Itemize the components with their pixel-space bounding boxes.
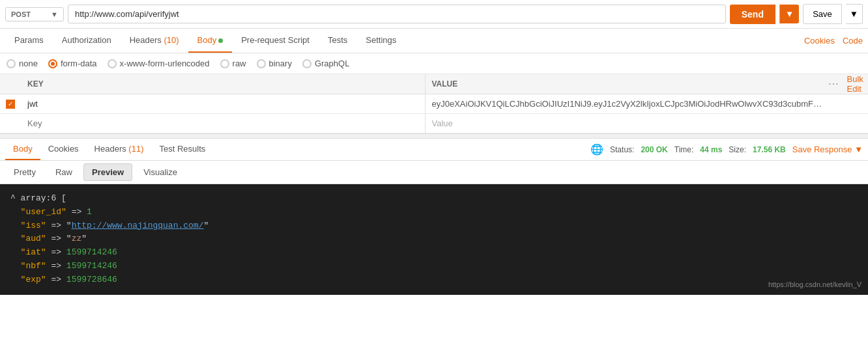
header-check-col: [0, 79, 21, 89]
tab-authorization[interactable]: Authorization: [53, 29, 121, 53]
tab-settings[interactable]: Settings: [356, 29, 405, 53]
save-dropdown-button[interactable]: ▼: [846, 4, 863, 24]
tab-headers[interactable]: Headers (10): [121, 29, 188, 53]
method-label: POST: [11, 10, 31, 18]
option-none[interactable]: none: [7, 59, 38, 68]
code-footer-url: https://blog.csdn.net/kevlin_V: [768, 279, 861, 291]
resp-tab-cookies[interactable]: Cookies: [40, 139, 87, 160]
option-binary[interactable]: binary: [257, 59, 292, 68]
method-dropdown[interactable]: POST ▼: [5, 7, 64, 21]
view-tab-pretty[interactable]: Pretty: [5, 163, 44, 181]
option-form-data[interactable]: form-data: [48, 59, 97, 68]
view-tab-visualize[interactable]: Visualize: [135, 163, 186, 181]
response-status-area: 🌐 Status: 200 OK Time: 44 ms Size: 17.56…: [590, 143, 863, 156]
globe-icon: 🌐: [590, 143, 603, 156]
code-output: ^ array:6 [ "user_id" => 1 "iss" => "htt…: [0, 184, 868, 295]
headers-badge: (10): [164, 35, 179, 45]
table-row: eyJ0eXAiOiJKV1QiLCJhbGciOiJIUzI1NiJ9.eyJ…: [0, 94, 868, 114]
size-value: 17.56 KB: [753, 145, 786, 154]
option-raw[interactable]: raw: [220, 59, 246, 68]
body-active-dot: [218, 38, 223, 43]
checkbox-checked-icon[interactable]: [6, 100, 15, 109]
empty-value-cell: Value: [425, 114, 830, 133]
header-key-col: KEY: [21, 74, 425, 94]
header-value-col: VALUE: [425, 74, 830, 94]
url-input[interactable]: [68, 5, 726, 23]
option-urlencoded[interactable]: x-www-form-urlencoded: [108, 59, 210, 68]
request-tabs: Params Authorization Headers (10) Body P…: [0, 29, 868, 53]
table-empty-row: Value: [0, 114, 868, 133]
radio-urlencoded-icon: [108, 59, 117, 68]
response-tabs: Body Cookies Headers (11) Test Results 🌐…: [0, 139, 868, 161]
radio-raw-icon: [220, 59, 229, 68]
tab-tests[interactable]: Tests: [319, 29, 356, 53]
code-line-4: "aud" => "zz": [10, 232, 858, 246]
bulk-edit-button[interactable]: Bulk Edit: [842, 74, 868, 94]
save-button[interactable]: Save: [803, 4, 842, 24]
table-header-row: KEY VALUE ··· Bulk Edit: [0, 74, 868, 94]
radio-form-data-icon: [48, 59, 57, 68]
three-dots-icon[interactable]: ···: [828, 78, 839, 90]
cookies-link[interactable]: Cookies: [804, 36, 835, 46]
tab-body[interactable]: Body: [188, 29, 233, 53]
radio-graphql-icon: [302, 59, 311, 68]
body-table: KEY VALUE ··· Bulk Edit eyJ0eXAiOiJKV1Qi…: [0, 74, 868, 133]
request-bar: POST ▼ Send ▼ Save ▼: [0, 0, 868, 29]
option-graphql[interactable]: GraphQL: [302, 59, 349, 68]
tab-pre-request-script[interactable]: Pre-request Script: [232, 29, 319, 53]
resp-tab-headers[interactable]: Headers (11): [87, 139, 152, 160]
save-response-button[interactable]: Save Response ▼: [792, 145, 863, 154]
code-line-6: "nbf" => 1599714246: [10, 260, 858, 273]
key-input[interactable]: [21, 94, 425, 113]
resp-tab-test-results[interactable]: Test Results: [151, 139, 213, 160]
code-line-1: ^ array:6 [: [10, 192, 858, 206]
method-chevron-icon: ▼: [51, 10, 58, 18]
code-line-7: "exp" => 1599728646: [10, 273, 858, 287]
code-link[interactable]: Code: [843, 36, 863, 46]
header-actions-col: ··· Bulk Edit: [829, 74, 868, 94]
empty-key-input[interactable]: [21, 114, 425, 133]
section-divider: [0, 133, 868, 139]
radio-none-icon: [7, 59, 16, 68]
view-tabs: Pretty Raw Preview Visualize: [0, 161, 868, 184]
status-label: Status:: [610, 145, 634, 154]
code-line-3: "iss" => "http://www.najingquan.com/": [10, 219, 858, 233]
size-label: Size:: [729, 145, 746, 154]
send-dropdown-button[interactable]: ▼: [779, 5, 799, 23]
body-type-options: none form-data x-www-form-urlencoded raw…: [0, 53, 868, 74]
resp-tab-body[interactable]: Body: [5, 139, 40, 160]
resp-headers-badge: (11): [128, 144, 143, 154]
tab-params[interactable]: Params: [5, 29, 53, 53]
send-button[interactable]: Send: [730, 5, 775, 24]
code-line-5: "iat" => 1599714246: [10, 246, 858, 260]
row-checkbox[interactable]: [0, 100, 21, 109]
radio-binary-icon: [257, 59, 266, 68]
time-label: Time:: [674, 145, 694, 154]
view-tab-preview[interactable]: Preview: [83, 163, 132, 181]
code-line-2: "user_id" => 1: [10, 206, 858, 219]
value-cell: eyJ0eXAiOiJKV1QiLCJhbGciOiJIUzI1NiJ9.eyJ…: [425, 94, 830, 113]
time-value: 44 ms: [700, 145, 722, 154]
view-tab-raw[interactable]: Raw: [47, 163, 81, 181]
tabs-right-actions: Cookies Code: [804, 36, 863, 46]
status-value: 200 OK: [641, 145, 667, 154]
